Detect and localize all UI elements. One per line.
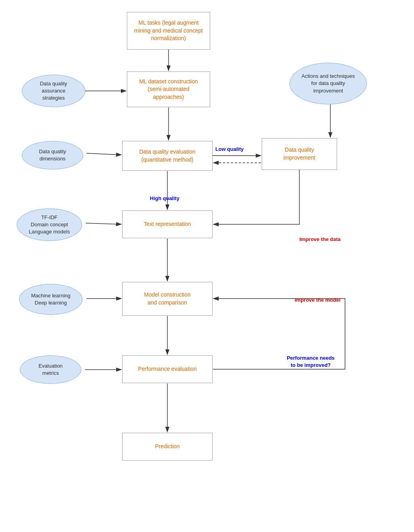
tfidf-label: TF-IDFDomain conceptLanguage models: [29, 214, 70, 236]
data-quality-improve-box: Data qualityimprovement: [262, 138, 337, 170]
data-quality-improve-label: Data qualityimprovement: [284, 146, 316, 162]
ml-dl-label: Machine learningDeep learning: [31, 292, 70, 306]
svg-line-13: [86, 223, 121, 224]
data-quality-eval-box: Data quality evaluation(quantitative met…: [122, 141, 213, 171]
improve-data-label: Improve the data: [299, 236, 341, 242]
text-representation-label: Text representation: [144, 220, 191, 228]
ml-dl-ellipse: Machine learningDeep learning: [19, 284, 82, 315]
eval-metrics-label: Evaluationmetrics: [38, 362, 63, 377]
model-construction-box: Model constructionand comparison: [122, 282, 213, 316]
performance-needs-label: Performance needsto be improved?: [276, 355, 345, 369]
improve-model-label: Improve the model: [295, 297, 341, 303]
performance-eval-box: Performance evaluation: [122, 355, 213, 383]
high-quality-label: High quality: [150, 195, 179, 201]
actions-techniques-ellipse: Actions and techniquesfor data qualityim…: [289, 63, 367, 104]
prediction-label: Prediction: [155, 443, 180, 451]
data-quality-dimensions-ellipse: Data qualitydimensions: [22, 141, 83, 170]
data-quality-assurance-label: Data qualityassurancestrategies: [40, 80, 67, 102]
data-quality-assurance-ellipse: Data qualityassurancestrategies: [22, 75, 85, 107]
ml-dataset-box: ML dataset construction(semi-automatedap…: [127, 71, 210, 107]
performance-eval-label: Performance evaluation: [138, 365, 197, 373]
ml-tasks-box: ML tasks (legal augment mining and medic…: [127, 12, 210, 50]
prediction-box: Prediction: [122, 433, 213, 461]
model-construction-label: Model constructionand comparison: [144, 291, 191, 306]
low-quality-label: Low quality: [215, 146, 244, 152]
actions-techniques-label: Actions and techniquesfor data qualityim…: [301, 73, 355, 94]
data-quality-eval-label: Data quality evaluation(quantitative met…: [139, 148, 196, 164]
data-quality-dimensions-label: Data qualitydimensions: [39, 148, 66, 162]
eval-metrics-ellipse: Evaluationmetrics: [20, 355, 81, 384]
ml-tasks-label: ML tasks (legal augment mining and medic…: [132, 19, 205, 42]
text-representation-box: Text representation: [122, 210, 213, 238]
tfidf-ellipse: TF-IDFDomain conceptLanguage models: [17, 208, 82, 241]
svg-line-12: [86, 153, 121, 155]
ml-dataset-label: ML dataset construction(semi-automatedap…: [139, 78, 198, 101]
diagram: ML tasks (legal augment mining and medic…: [0, 0, 414, 532]
